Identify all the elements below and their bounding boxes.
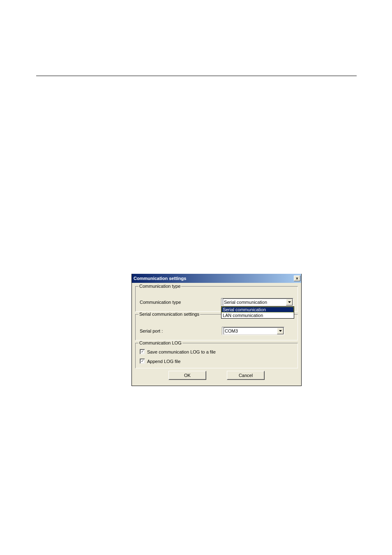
group-communication-type: Communication type Communication type Se… [135,286,298,312]
svg-marker-0 [288,301,291,303]
communication-type-value: Serial communication [224,300,293,305]
cancel-button-label: Cancel [239,373,253,378]
save-log-row: ✓ Save communication LOG to a file [140,349,293,354]
serial-port-label: Serial port : [140,328,222,333]
button-row: OK Cancel [135,371,298,382]
titlebar: Communication settings × [132,274,301,283]
communication-type-combo[interactable]: Serial communication Serial communicatio… [221,298,293,306]
group-communication-type-title: Communication type [138,284,181,289]
chevron-down-icon [286,299,293,305]
dropdown-item-lan[interactable]: LAN communication [221,312,294,318]
serial-port-value: COM3 [225,328,284,333]
save-log-label: Save communication LOG to a file [147,349,216,354]
dropdown-item-serial[interactable]: Serial communication [221,307,294,312]
svg-marker-1 [279,330,282,332]
cancel-button[interactable]: Cancel [227,371,265,380]
group-communication-log-title: Communication LOG [138,340,182,345]
group-serial-settings-title: Serial communication settings [138,312,200,317]
save-log-checkbox[interactable]: ✓ [140,349,145,354]
serial-port-row: Serial port : COM3 [140,327,293,335]
append-log-checkbox[interactable]: ✓ [140,358,145,364]
ok-button[interactable]: OK [168,371,206,380]
ok-button-label: OK [184,373,191,378]
communication-type-row: Communication type Serial communication … [140,298,293,306]
check-icon: ✓ [141,359,144,363]
append-log-row: ✓ Append LOG file [140,358,293,364]
append-log-label: Append LOG file [147,359,180,364]
horizontal-rule [36,76,357,76]
close-icon: × [296,276,298,281]
communication-type-label: Communication type [140,300,221,305]
communication-settings-dialog: Communication settings × Communication t… [131,274,302,386]
check-icon: ✓ [141,350,144,354]
close-button[interactable]: × [294,275,300,281]
chevron-down-icon [277,328,284,334]
serial-port-combo[interactable]: COM3 [222,327,284,335]
dialog-body: Communication type Communication type Se… [132,283,301,386]
group-communication-log: Communication LOG ✓ Save communication L… [135,343,298,368]
communication-type-dropdown: Serial communication LAN communication [221,306,294,319]
dialog-title: Communication settings [134,276,186,281]
